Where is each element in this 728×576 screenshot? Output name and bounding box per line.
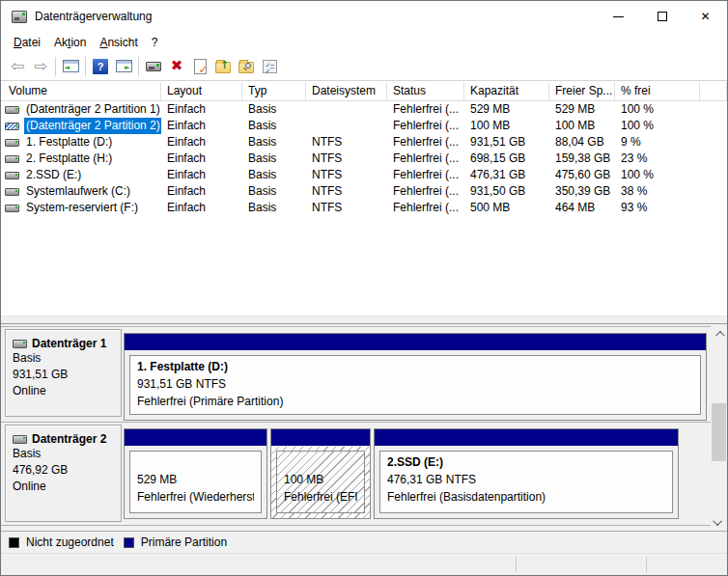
help-button[interactable]: ? (89, 55, 112, 78)
column-header-5[interactable]: Kapazität (464, 82, 549, 101)
status-separator (516, 557, 517, 572)
forward-icon: ⇨ (34, 58, 47, 74)
filler-cell (700, 183, 727, 200)
maximize-button[interactable] (640, 1, 684, 32)
filler-cell (700, 134, 727, 151)
partition-status-line: Fehlerfrei (Primäre Partition) (137, 393, 693, 410)
horizontal-splitter[interactable] (1, 315, 727, 324)
volume-icon (5, 155, 19, 163)
volume-icon (5, 123, 19, 130)
capacity-cell: 529 MB (464, 101, 549, 118)
toolbar: ⇦ ⇨ ◄ ? ► ✖ ✓ ↑ ✓✓ (1, 52, 727, 81)
close-button[interactable]: ✕ (684, 1, 727, 32)
disk-label[interactable]: Datenträger 1Basis931,51 GBOnline (5, 329, 122, 417)
volume-name: System-reserviert (F:) (24, 200, 140, 216)
column-header-7[interactable]: % frei (615, 82, 700, 101)
delete-x-icon: ✖ (171, 59, 183, 73)
caption-buttons: ✕ (597, 1, 727, 32)
type-cell: Basis (242, 183, 306, 200)
free-space-cell: 529 MB (549, 101, 615, 118)
properties-button[interactable]: ✓ (188, 55, 211, 78)
disk-name: Datenträger 1 (32, 337, 106, 350)
folder-search-button[interactable] (235, 55, 258, 78)
scrollbar-thumb[interactable] (712, 403, 726, 461)
partition-block[interactable]: 1. Festplatte (D:)931,51 GB NTFSFehlerfr… (124, 333, 707, 421)
close-icon: ✕ (700, 11, 710, 22)
partition-block[interactable]: 100 MBFehlerfrei (EFI-Sys (270, 428, 371, 519)
disk-label[interactable]: Datenträger 2Basis476,92 GBOnline (5, 425, 122, 522)
filesystem-cell: NTFS (306, 200, 387, 216)
minimize-button[interactable] (597, 1, 640, 32)
column-header-4[interactable]: Status (387, 82, 464, 101)
partition-title: 2.SSD (E:) (387, 453, 665, 471)
vertical-scrollbar[interactable] (711, 326, 727, 531)
volume-row[interactable]: (Datenträger 2 Partition 1)EinfachBasisF… (1, 101, 727, 118)
status-cell: Fehlerfrei (... (387, 167, 464, 183)
menu-item-aktion[interactable]: Aktion (47, 34, 93, 51)
filler-cell (700, 167, 727, 183)
back-button[interactable]: ⇦ (6, 55, 29, 78)
volume-row[interactable]: System-reserviert (F:)EinfachBasisNTFSFe… (1, 200, 727, 216)
disk-device-button[interactable] (142, 55, 165, 78)
show-console-tree-button[interactable]: ◄ (59, 55, 82, 78)
disk-device-icon (146, 62, 161, 71)
percent-free-cell: 38 % (615, 183, 700, 200)
disk-status: Online (13, 479, 121, 495)
menu-bar: DateiAktionAnsicht? (1, 32, 727, 52)
percent-free-cell: 9 % (615, 134, 700, 151)
title-bar[interactable]: Datenträgerverwaltung ✕ (1, 1, 727, 32)
disk-label-header: Datenträger 1 (13, 337, 121, 350)
volume-row[interactable]: 2. Festplatte (H:)EinfachBasisNTFSFehler… (1, 151, 727, 167)
volume-row[interactable]: (Datenträger 2 Partition 2)EinfachBasisF… (1, 118, 727, 134)
window-title: Datenträgerverwaltung (35, 10, 152, 23)
volume-row[interactable]: 1. Festplatte (D:)EinfachBasisNTFSFehler… (1, 134, 727, 151)
column-header-6[interactable]: Freier Sp... (549, 82, 615, 101)
disk-icon (13, 435, 27, 444)
forward-button[interactable]: ⇨ (29, 55, 52, 78)
legend-color-swatch (124, 537, 134, 548)
filler-cell (700, 118, 727, 134)
chevron-up-icon (715, 331, 725, 341)
chevron-down-icon (713, 516, 722, 526)
scroll-down-button[interactable] (711, 514, 727, 531)
percent-free-cell: 23 % (615, 151, 700, 167)
type-cell: Basis (242, 167, 306, 183)
status-cell: Fehlerfrei (... (387, 134, 464, 151)
volume-name-cell: (Datenträger 2 Partition 1) (1, 101, 161, 118)
free-space-cell: 350,39 GB (549, 183, 615, 200)
partition-status-line: Fehlerfrei (Wiederherstellu (137, 488, 254, 506)
column-header-2[interactable]: Typ (242, 82, 306, 101)
disk-graphical-panel: Datenträger 1Basis931,51 GBOnline1. Fest… (1, 324, 727, 531)
layout-cell: Einfach (161, 200, 242, 216)
show-action-pane-button[interactable]: ► (112, 55, 135, 78)
menu-item-?[interactable]: ? (145, 34, 165, 51)
partition-block[interactable]: 529 MBFehlerfrei (Wiederherstellu (124, 428, 267, 519)
volume-row[interactable]: 2.SSD (E:)EinfachBasisNTFSFehlerfrei (..… (1, 167, 727, 183)
menu-item-ansicht[interactable]: Ansicht (93, 34, 144, 51)
status-cell: Fehlerfrei (... (387, 151, 464, 167)
delete-button[interactable]: ✖ (165, 55, 188, 78)
percent-free-cell: 93 % (615, 200, 700, 216)
volume-name-cell: 1. Festplatte (D:) (1, 134, 161, 151)
volume-name: (Datenträger 2 Partition 1) (24, 101, 161, 118)
folder-up-button[interactable]: ↑ (211, 55, 235, 78)
partition-block[interactable]: 2.SSD (E:)476,31 GB NTFSFehlerfrei (Basi… (374, 428, 679, 519)
status-cell: Fehlerfrei (... (387, 183, 464, 200)
volume-list-header: VolumeLayoutTypDateisystemStatusKapazitä… (1, 82, 727, 101)
options-button[interactable]: ✓✓ (258, 55, 281, 78)
disk-status: Online (13, 383, 121, 399)
volume-row[interactable]: Systemlaufwerk (C:)EinfachBasisNTFSFehle… (1, 183, 727, 200)
column-header-0[interactable]: Volume (1, 82, 161, 101)
menu-item-datei[interactable]: Datei (7, 34, 47, 51)
partition-title: 1. Festplatte (D:) (137, 358, 693, 375)
capacity-cell: 476,31 GB (464, 167, 549, 183)
volume-name: 2.SSD (E:) (24, 167, 83, 183)
back-icon: ⇦ (11, 58, 24, 74)
layout-cell: Einfach (161, 101, 242, 118)
volume-name-cell: System-reserviert (F:) (1, 200, 161, 216)
filesystem-cell (306, 118, 387, 134)
column-header-3[interactable]: Dateisystem (306, 82, 387, 101)
status-cell: Fehlerfrei (... (387, 118, 464, 134)
scroll-up-button[interactable] (711, 326, 727, 343)
column-header-1[interactable]: Layout (161, 82, 242, 101)
